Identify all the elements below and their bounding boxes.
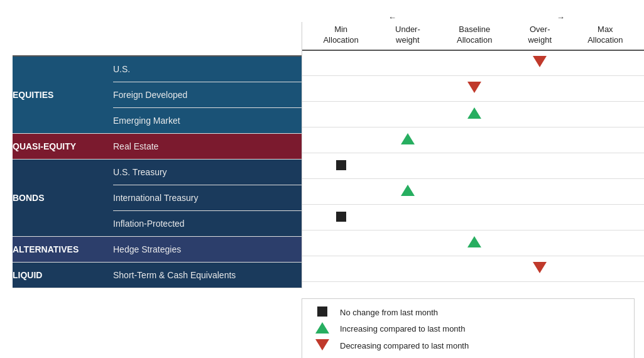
data-cell-baseline: [436, 153, 513, 179]
asset-cell: Short-Term & Cash Equivalents: [113, 262, 302, 288]
data-cell-under: [379, 256, 435, 282]
data-cell-min: [302, 153, 379, 179]
asset-cell: Hedge Strategies: [113, 236, 302, 262]
col-header-min: MinAllocation: [302, 22, 379, 50]
data-cell-under: [379, 231, 435, 256]
data-cell-min: [302, 102, 379, 127]
left-section: EQUITIESU.S.Foreign DevelopedEmerging Ma…: [13, 22, 302, 288]
asset-cell: Inflation-Protected: [113, 210, 302, 236]
data-row: [302, 205, 644, 231]
data-cell-max: [567, 256, 644, 282]
data-cell-under: [379, 102, 435, 127]
category-cell-bonds: BONDS: [13, 159, 113, 236]
asset-cell: Real Estate: [113, 133, 302, 159]
exposure-bar: ← →: [302, 13, 635, 22]
data-cell-max: [567, 50, 644, 76]
data-cell-over: [513, 127, 567, 153]
data-cell-baseline: [436, 127, 513, 153]
data-cell-baseline: [436, 231, 513, 256]
tri-down-red-icon: [533, 262, 547, 273]
tri-down-red-icon: [315, 339, 329, 350]
data-row: [302, 50, 644, 76]
data-cell-min: [302, 127, 379, 153]
data-cell-max: [567, 153, 644, 179]
legend-row: Increasing compared to last month: [314, 322, 623, 335]
arrow-left-icon: ←: [388, 13, 396, 22]
asset-cell: Foreign Developed: [113, 82, 302, 107]
asset-cell: International Treasury: [113, 185, 302, 210]
data-cell-baseline: [436, 76, 513, 102]
data-cell-baseline: [436, 205, 513, 231]
data-row: [302, 231, 644, 256]
sq-black-icon: [336, 160, 346, 170]
data-cell-baseline: [436, 50, 513, 76]
legend-label: No change from last month: [340, 308, 438, 317]
tri-down-red-icon: [467, 82, 481, 93]
data-cell-over: [513, 179, 567, 205]
data-cell-over: [513, 50, 567, 76]
data-cell-over: [513, 205, 567, 231]
data-cell-max: [567, 127, 644, 153]
data-cell-over: [513, 256, 567, 282]
col-header-over: Over-weight: [513, 22, 567, 50]
legend-row: No change from last month: [314, 306, 623, 318]
data-row: [302, 76, 644, 102]
tri-up-green-icon: [401, 185, 415, 196]
data-cell-min: [302, 256, 379, 282]
data-cell-under: [379, 153, 435, 179]
col-header-max: MaxAllocation: [567, 22, 644, 50]
sq-black-icon: [317, 306, 327, 317]
table-row: EQUITIESU.S.: [13, 56, 302, 82]
right-section: MinAllocationUnder-weightBaselineAllocat…: [302, 22, 644, 288]
data-cell-over: [513, 76, 567, 102]
data-cell-max: [567, 102, 644, 127]
asset-cell: Emerging Market: [113, 107, 302, 133]
data-row: [302, 102, 644, 127]
data-cell-baseline: [436, 102, 513, 127]
data-cell-over: [513, 153, 567, 179]
data-cell-under: [379, 76, 435, 102]
arrow-right-icon: →: [557, 13, 565, 22]
legend-icon: [314, 322, 331, 335]
tri-down-red-icon: [533, 56, 547, 67]
legend-label: Increasing compared to last month: [340, 324, 465, 334]
asset-cell: U.S. Treasury: [113, 159, 302, 185]
data-cell-under: [379, 127, 435, 153]
data-row: [302, 127, 644, 153]
data-cell-min: [302, 231, 379, 256]
legend-label: Decreasing compared to last month: [340, 341, 469, 350]
data-cell-max: [567, 179, 644, 205]
category-cell-quasi-equity: QUASI-EQUITY: [13, 133, 113, 159]
data-cell-min: [302, 205, 379, 231]
table-row: ALTERNATIVESHedge Strategies: [13, 236, 302, 262]
legend-area: No change from last monthIncreasing comp…: [302, 298, 635, 359]
tri-up-green-icon: [315, 322, 329, 334]
header-spacer: [13, 22, 302, 56]
category-cell-alternatives: ALTERNATIVES: [13, 236, 113, 262]
data-cell-baseline: [436, 256, 513, 282]
table-row: QUASI-EQUITYReal Estate: [13, 133, 302, 159]
sq-black-icon: [336, 212, 346, 222]
data-cell-min: [302, 50, 379, 76]
data-cell-min: [302, 179, 379, 205]
data-cell-over: [513, 102, 567, 127]
tri-up-green-icon: [467, 236, 481, 247]
tri-up-green-icon: [401, 133, 415, 144]
table-row: BONDSU.S. Treasury: [13, 159, 302, 185]
category-cell-equities: EQUITIES: [13, 56, 113, 133]
data-row: [302, 256, 644, 282]
tri-up-green-icon: [467, 107, 481, 119]
legend-icon: [314, 339, 331, 352]
data-cell-under: [379, 50, 435, 76]
asset-cell: U.S.: [113, 56, 302, 82]
data-cell-under: [379, 179, 435, 205]
table-row: LIQUIDShort-Term & Cash Equivalents: [13, 262, 302, 288]
data-row: [302, 179, 644, 205]
data-cell-baseline: [436, 179, 513, 205]
col-header-under: Under-weight: [379, 22, 435, 50]
data-cell-min: [302, 76, 379, 102]
col-header-baseline: BaselineAllocation: [436, 22, 513, 50]
data-cell-max: [567, 231, 644, 256]
data-row: [302, 153, 644, 179]
data-cell-max: [567, 76, 644, 102]
